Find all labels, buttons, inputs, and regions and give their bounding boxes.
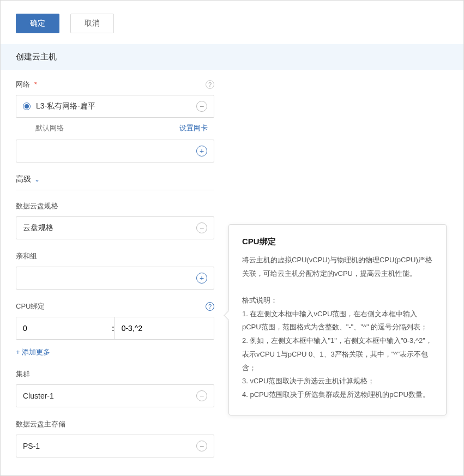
- tooltip-line4: 4. pCPU范围取决于所选集群或是所选物理机的pCPU数量。: [242, 388, 433, 402]
- disk-spec-value: 云盘规格: [23, 223, 53, 233]
- network-field: 网络 * ? L3-私有网络-扁平 − 默认网络 设置网卡 +: [16, 80, 214, 162]
- affinity-field: 亲和组 +: [16, 251, 214, 290]
- pcpu-input[interactable]: [115, 317, 214, 339]
- disk-spec-label: 数据云盘规格: [16, 201, 214, 211]
- help-icon[interactable]: ?: [206, 80, 214, 89]
- tooltip-line2: 2. 例如，左侧文本框中输入"1"，右侧文本框中输入"0-3,^2"，表示vCP…: [242, 334, 433, 375]
- confirm-button[interactable]: 确定: [16, 14, 59, 33]
- add-icon[interactable]: +: [196, 146, 207, 156]
- cluster-field: 集群 Cluster-1 −: [16, 369, 214, 407]
- set-nic-link[interactable]: 设置网卡: [179, 123, 208, 133]
- remove-icon[interactable]: −: [196, 101, 207, 112]
- affinity-label: 亲和组: [16, 251, 214, 261]
- add-network-box[interactable]: +: [16, 140, 214, 162]
- tooltip-intro: 将云主机的虚拟CPU(vCPU)与物理机的物理CPU(pCPU)严格关联，可给云…: [242, 254, 433, 280]
- network-select[interactable]: L3-私有网络-扁平 −: [16, 95, 214, 118]
- cpu-binding-label: CPU绑定: [16, 302, 45, 311]
- cancel-button[interactable]: 取消: [70, 14, 114, 33]
- default-network-label: 默认网络: [22, 123, 64, 133]
- tooltip-format-label: 格式说明：: [242, 294, 433, 308]
- network-selected-value: L3-私有网络-扁平: [36, 101, 95, 111]
- cluster-select[interactable]: Cluster-1 −: [16, 384, 214, 407]
- primary-storage-select[interactable]: PS-1 −: [16, 435, 214, 457]
- advanced-label: 高级: [16, 174, 31, 184]
- cpu-binding-label-row: CPU绑定 ?: [16, 302, 214, 311]
- required-indicator: *: [34, 80, 37, 88]
- tooltip-body: 将云主机的虚拟CPU(vCPU)与物理机的物理CPU(pCPU)严格关联，可给云…: [242, 254, 433, 402]
- network-label-row: 网络 * ?: [16, 80, 214, 89]
- disk-spec-field: 数据云盘规格 云盘规格 −: [16, 201, 214, 239]
- cluster-value: Cluster-1: [23, 391, 54, 400]
- cpu-binding-inputs: :: [16, 317, 214, 340]
- add-more-link[interactable]: + 添加更多: [16, 347, 214, 357]
- cluster-label: 集群: [16, 369, 214, 379]
- cpu-binding-field: CPU绑定 ? : + 添加更多: [16, 302, 214, 357]
- remove-icon[interactable]: −: [196, 390, 207, 401]
- advanced-toggle[interactable]: 高级 ⌄: [16, 174, 214, 190]
- cpu-binding-tooltip: CPU绑定 将云主机的虚拟CPU(vCPU)与物理机的物理CPU(pCPU)严格…: [228, 224, 447, 415]
- primary-storage-field: 数据云盘主存储 PS-1 −: [16, 419, 214, 457]
- primary-storage-label: 数据云盘主存储: [16, 419, 214, 429]
- tooltip-line3: 3. vCPU范围取决于所选云主机计算规格；: [242, 375, 433, 388]
- remove-icon[interactable]: −: [196, 222, 207, 233]
- tooltip-line1: 1. 在左侧文本框中输入vCPU范围，在右侧文本框中输入pCPU范围，范围格式为…: [242, 308, 433, 334]
- disk-spec-select[interactable]: 云盘规格 −: [16, 216, 214, 239]
- chevron-down-icon: ⌄: [34, 176, 40, 183]
- affinity-select[interactable]: +: [16, 267, 214, 290]
- remove-icon[interactable]: −: [196, 441, 207, 451]
- network-subrow: 默认网络 设置网卡: [16, 123, 214, 133]
- primary-storage-value: PS-1: [23, 442, 40, 450]
- network-label: 网络: [16, 80, 30, 88]
- page-title: 创建云主机: [1, 44, 463, 70]
- create-vm-form: 确定 取消 创建云主机 网络 * ? L3-私有网络-扁平 − 默认网络: [0, 0, 464, 476]
- help-icon[interactable]: ?: [206, 302, 214, 311]
- form-body: 网络 * ? L3-私有网络-扁平 − 默认网络 设置网卡 +: [1, 70, 230, 463]
- vcpu-input[interactable]: [16, 317, 112, 339]
- tooltip-title: CPU绑定: [242, 237, 433, 247]
- action-bar: 确定 取消: [1, 1, 463, 44]
- radio-icon: [23, 103, 31, 110]
- add-icon[interactable]: +: [196, 273, 207, 284]
